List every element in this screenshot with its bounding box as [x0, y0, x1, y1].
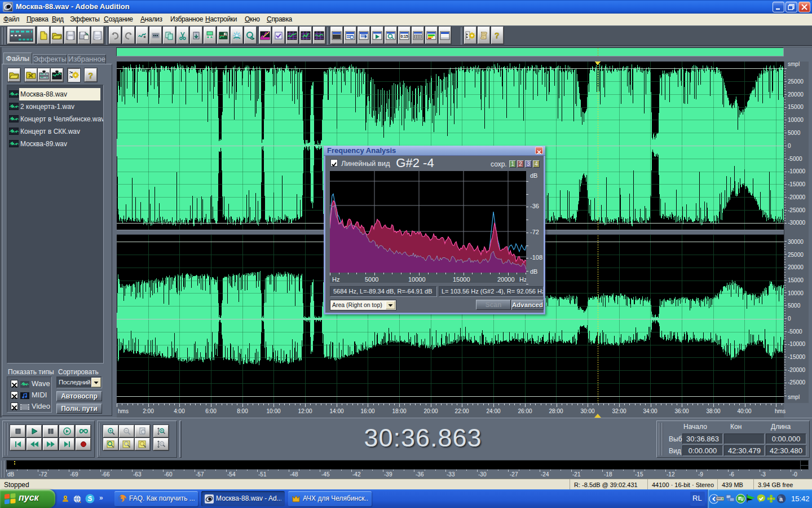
svg-text:a: a: [779, 496, 783, 502]
svg-text:0:15: 0:15: [401, 34, 408, 38]
svg-text:?: ?: [495, 31, 500, 40]
svg-text:?: ?: [89, 71, 94, 80]
svg-text:Z: Z: [224, 32, 227, 36]
